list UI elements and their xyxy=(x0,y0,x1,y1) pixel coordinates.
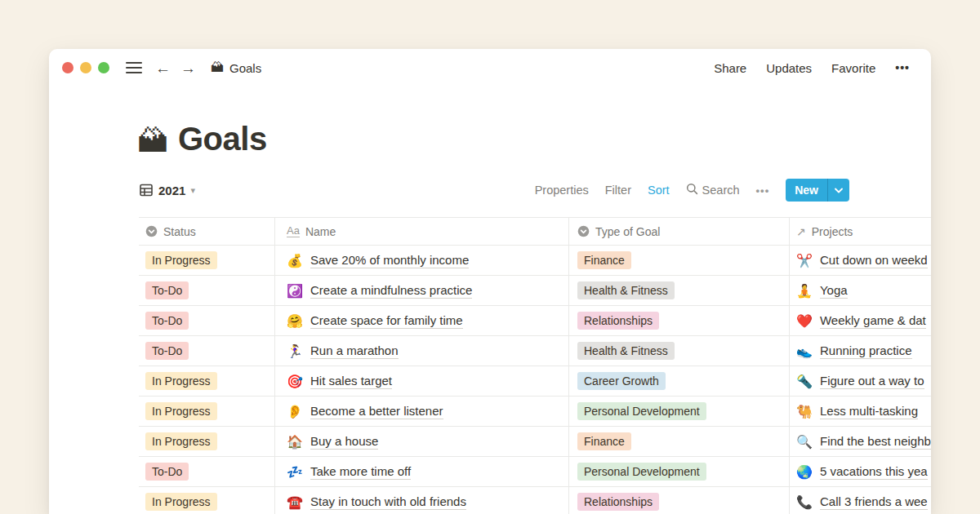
goal-page-link[interactable]: Stay in touch with old friends xyxy=(310,494,466,510)
goal-page-link[interactable]: Become a better listener xyxy=(310,404,443,419)
projects-cell[interactable]: 🧘 Yoga xyxy=(790,276,931,305)
search-button[interactable]: Search xyxy=(686,183,740,198)
project-emoji-icon: 📞 xyxy=(796,494,813,510)
type-of-goal-badge[interactable]: Relationships xyxy=(577,493,659,512)
status-badge[interactable]: In Progress xyxy=(145,432,217,451)
column-header-status[interactable]: Status xyxy=(139,218,275,245)
new-button-chevron-icon[interactable] xyxy=(828,179,849,202)
projects-cell[interactable]: 🔦 Figure out a way to xyxy=(790,366,931,396)
goal-page-link[interactable]: Run a marathon xyxy=(310,343,399,359)
type-of-goal-badge[interactable]: Personal Development xyxy=(577,402,706,421)
project-page-link[interactable]: Call 3 friends a wee xyxy=(820,494,928,510)
page-mountain-icon[interactable]: 🏔 xyxy=(137,126,168,157)
column-header-type-of-goal[interactable]: Type of Goal xyxy=(569,218,790,245)
status-badge[interactable]: In Progress xyxy=(145,402,217,421)
type-of-goal-cell[interactable]: Finance xyxy=(569,246,790,275)
status-badge[interactable]: In Progress xyxy=(145,493,217,512)
projects-cell[interactable]: 🐫 Less multi-tasking xyxy=(790,397,931,426)
relation-property-icon: ↗ xyxy=(796,225,806,238)
status-cell[interactable]: In Progress xyxy=(139,366,275,396)
type-of-goal-badge[interactable]: Relationships xyxy=(577,312,659,330)
project-page-link[interactable]: Less multi-tasking xyxy=(820,404,918,419)
toolbar-more-icon[interactable]: ••• xyxy=(756,184,770,197)
type-of-goal-cell[interactable]: Finance xyxy=(569,427,790,456)
properties-button[interactable]: Properties xyxy=(535,184,589,197)
type-of-goal-badge[interactable]: Personal Development xyxy=(577,463,706,481)
project-page-link[interactable]: Figure out a way to xyxy=(820,374,924,389)
status-cell[interactable]: In Progress xyxy=(139,427,275,456)
type-of-goal-cell[interactable]: Health & Fitness xyxy=(569,336,790,366)
updates-button[interactable]: Updates xyxy=(766,61,812,75)
project-page-link[interactable]: Weekly game & dat xyxy=(820,313,926,329)
view-switcher[interactable]: 2021 ▾ xyxy=(139,183,195,197)
type-of-goal-cell[interactable]: Career Growth xyxy=(569,366,790,396)
name-cell[interactable]: 👂 Become a better listener xyxy=(275,397,569,426)
status-badge[interactable]: To-Do xyxy=(145,463,189,481)
projects-cell[interactable]: ❤️ Weekly game & dat xyxy=(790,306,931,335)
breadcrumb[interactable]: Goals xyxy=(229,61,261,75)
column-header-name[interactable]: Aa Name xyxy=(275,218,569,245)
type-of-goal-badge[interactable]: Finance xyxy=(577,432,631,451)
back-icon[interactable]: ← xyxy=(155,60,171,76)
projects-cell[interactable]: 📞 Call 3 friends a wee xyxy=(790,487,931,514)
new-button[interactable]: New xyxy=(786,179,849,202)
more-options-icon[interactable]: ••• xyxy=(895,61,910,74)
filter-button[interactable]: Filter xyxy=(605,184,631,197)
project-page-link[interactable]: Cut down on weekd xyxy=(820,253,928,268)
status-badge[interactable]: In Progress xyxy=(145,251,217,270)
forward-icon[interactable]: → xyxy=(180,60,196,76)
status-cell[interactable]: In Progress xyxy=(139,246,275,275)
type-of-goal-cell[interactable]: Personal Development xyxy=(569,397,790,426)
name-cell[interactable]: ☯️ Create a mindfulness practice xyxy=(275,276,569,305)
project-page-link[interactable]: Yoga xyxy=(820,283,848,299)
type-of-goal-badge[interactable]: Health & Fitness xyxy=(577,342,675,361)
project-page-link[interactable]: 5 vacations this yea xyxy=(820,464,928,480)
projects-cell[interactable]: 🌏 5 vacations this yea xyxy=(790,457,931,486)
sort-button[interactable]: Sort xyxy=(648,184,670,197)
projects-cell[interactable]: 👟 Running practice xyxy=(790,336,931,366)
status-badge[interactable]: To-Do xyxy=(145,281,189,300)
type-of-goal-badge[interactable]: Health & Fitness xyxy=(577,281,675,300)
status-cell[interactable]: In Progress xyxy=(139,487,275,514)
favorite-button[interactable]: Favorite xyxy=(831,61,875,75)
name-cell[interactable]: 🏠 Buy a house xyxy=(275,427,569,456)
name-cell[interactable]: 🏃‍♀️ Run a marathon xyxy=(275,336,569,366)
type-of-goal-cell[interactable]: Relationships xyxy=(569,487,790,514)
goal-page-link[interactable]: Save 20% of monthly income xyxy=(310,253,469,268)
name-cell[interactable]: 🎯 Hit sales target xyxy=(275,366,569,396)
status-cell[interactable]: To-Do xyxy=(139,457,275,486)
goal-page-link[interactable]: Create space for family time xyxy=(310,313,463,329)
type-of-goal-badge[interactable]: Finance xyxy=(577,251,631,270)
project-page-link[interactable]: Running practice xyxy=(820,343,912,359)
goal-page-link[interactable]: Take more time off xyxy=(310,464,411,480)
breadcrumb-page-icon: 🏔 xyxy=(211,60,224,75)
status-cell[interactable]: To-Do xyxy=(139,276,275,305)
goal-page-link[interactable]: Create a mindfulness practice xyxy=(310,283,472,299)
project-page-link[interactable]: Find the best neighb xyxy=(820,434,931,450)
type-of-goal-cell[interactable]: Personal Development xyxy=(569,457,790,486)
status-badge[interactable]: In Progress xyxy=(145,372,217,391)
goal-page-link[interactable]: Buy a house xyxy=(310,434,378,450)
projects-cell[interactable]: ✂️ Cut down on weekd xyxy=(790,246,931,275)
status-cell[interactable]: To-Do xyxy=(139,306,275,335)
type-of-goal-cell[interactable]: Relationships xyxy=(569,306,790,335)
name-cell[interactable]: ☎️ Stay in touch with old friends xyxy=(275,487,569,514)
name-cell[interactable]: 🤗 Create space for family time xyxy=(275,306,569,335)
name-cell[interactable]: 💤 Take more time off xyxy=(275,457,569,486)
status-cell[interactable]: In Progress xyxy=(139,397,275,426)
status-badge[interactable]: To-Do xyxy=(145,312,189,330)
zoom-window-button[interactable] xyxy=(98,62,109,73)
status-badge[interactable]: To-Do xyxy=(145,342,189,361)
projects-cell[interactable]: 🔍 Find the best neighb xyxy=(790,427,931,456)
goal-page-link[interactable]: Hit sales target xyxy=(310,374,392,389)
close-window-button[interactable] xyxy=(62,62,74,73)
sidebar-menu-icon[interactable] xyxy=(126,62,142,73)
goal-emoji-icon: ☯️ xyxy=(287,283,303,299)
type-of-goal-badge[interactable]: Career Growth xyxy=(577,372,666,391)
type-of-goal-cell[interactable]: Health & Fitness xyxy=(569,276,790,305)
share-button[interactable]: Share xyxy=(714,61,746,75)
name-cell[interactable]: 💰 Save 20% of monthly income xyxy=(275,246,569,275)
status-cell[interactable]: To-Do xyxy=(139,336,275,366)
minimize-window-button[interactable] xyxy=(80,62,91,73)
column-header-projects[interactable]: ↗ Projects xyxy=(790,218,931,245)
